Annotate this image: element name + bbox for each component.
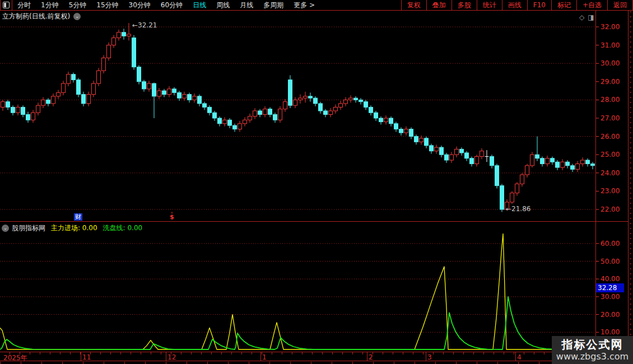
candle-body-down	[541, 158, 544, 164]
chevron-down-icon[interactable]: ⌄	[2, 225, 9, 232]
toolbar-button-统计[interactable]: 统计	[477, 0, 502, 11]
candle-body-up	[41, 100, 45, 105]
candle-body-up	[57, 92, 60, 96]
candle-body-down	[430, 146, 434, 151]
toolbar-button-返回[interactable]: 返回	[607, 0, 632, 11]
period-tab-月线[interactable]: 月线	[235, 1, 258, 10]
candle-body-up	[530, 155, 534, 166]
timeline-axis[interactable]: 2025年11121234	[0, 352, 595, 361]
indicator-axis-label: 50.00	[601, 258, 626, 265]
watermark: 指标公式网 www.zbgs3.com	[552, 336, 633, 364]
candle-body-down	[409, 129, 413, 137]
toolbar-button-+自选[interactable]: +自选	[576, 0, 607, 11]
period-tab-5分钟[interactable]: 5分钟	[64, 1, 92, 10]
candle-body-up	[450, 155, 454, 160]
candle-body-up	[127, 34, 131, 36]
candle-body-down	[132, 38, 136, 67]
watermark-title: 指标公式网	[562, 338, 623, 351]
split-window-icon[interactable]: ◨	[588, 13, 594, 21]
candle-body-up	[102, 58, 106, 71]
candle-body-up	[52, 96, 55, 104]
period-tab-60分钟[interactable]: 60分钟	[156, 1, 188, 10]
subpanel-tick-row	[0, 362, 595, 364]
candle-body-down	[319, 104, 323, 111]
candle-body-down	[21, 107, 25, 114]
stock-title: 立方制药(日线.前复权)	[2, 12, 70, 21]
candle-body-up	[117, 32, 121, 38]
indicator-axis-label: 30.00	[601, 293, 626, 301]
candle-body-up	[238, 124, 242, 129]
period-tab-30分钟[interactable]: 30分钟	[124, 1, 156, 10]
timeline-separator	[515, 352, 516, 361]
indicator-line-洗盘线	[0, 297, 594, 349]
toolbar-button-复权[interactable]: 复权	[401, 0, 426, 11]
timeline-separator	[367, 352, 367, 361]
timeline-separator	[426, 352, 426, 361]
period-tab-分时[interactable]: 分时	[12, 1, 36, 10]
candle-body-up	[147, 83, 151, 89]
right-tool-strip[interactable]	[629, 0, 633, 364]
candle-body-up	[404, 129, 408, 133]
candle-body-down	[586, 160, 590, 164]
candle-body-down	[268, 109, 272, 115]
candle-body-down	[536, 155, 539, 158]
title-row: 立方制药(日线.前复权) ⌄	[2, 12, 81, 21]
candle-body-down	[399, 129, 403, 133]
indicator-line-1-label: 主力进场: 0.00	[51, 223, 97, 233]
timeline-label: 1	[262, 353, 267, 361]
candle-body-down	[354, 98, 358, 100]
candle-body-up	[546, 158, 550, 164]
dividend-marker-symbol: $	[170, 214, 174, 220]
high-price-annotation: ←32.21	[132, 21, 157, 29]
panel-layout-icon[interactable]	[0, 0, 12, 11]
candle-body-up	[157, 91, 161, 96]
chevron-down-icon[interactable]: ⌄	[73, 13, 81, 20]
candle-body-up	[435, 147, 439, 151]
candle-body-down	[213, 113, 217, 118]
indicator-axis-label: 40.00	[601, 275, 626, 283]
indicator-header: ⌄ 股朋指标网 主力进场: 0.00 洗盘线: 0.00	[2, 223, 142, 233]
toolbar-button-画线[interactable]: 画线	[502, 0, 527, 11]
timeline-label: 3	[427, 353, 432, 361]
candle-body-down	[273, 114, 277, 120]
candle-body-up	[263, 109, 267, 115]
timeline-label: 4	[517, 353, 522, 361]
candle-body-up	[1, 102, 5, 108]
candle-body-down	[11, 107, 15, 113]
candle-body-down	[314, 98, 318, 104]
dividend-marker[interactable]: ▵ $	[170, 211, 174, 220]
candle-body-down	[309, 96, 313, 98]
indicator-line-2-label: 洗盘线: 0.00	[103, 223, 143, 233]
period-tab-周线[interactable]: 周线	[211, 1, 235, 10]
candle-body-up	[16, 107, 20, 113]
period-tab-多周期[interactable]: 多周期	[258, 1, 288, 10]
chart-canvas[interactable]	[0, 0, 633, 364]
finance-report-marker[interactable]: 财	[74, 213, 82, 221]
indicator-source-label[interactable]: 股朋指标网	[12, 223, 45, 233]
toolbar-button-叠加[interactable]: 叠加	[426, 0, 452, 11]
period-tab-日线[interactable]: 日线	[188, 1, 211, 10]
toolbar-button-标记[interactable]: 标记	[551, 0, 576, 11]
toolbar-button-F10[interactable]: F10	[527, 0, 551, 11]
candle-body-down	[500, 186, 504, 209]
candle-body-down	[394, 124, 398, 129]
candle-body-up	[510, 193, 514, 202]
toolbar-button-多股[interactable]: 多股	[452, 0, 477, 11]
price-axis-label: 25.00	[601, 151, 626, 158]
candle-body-down	[591, 164, 595, 166]
candle-body-down	[566, 162, 570, 166]
price-axis-label: 24.00	[601, 169, 626, 177]
panel-divider[interactable]	[0, 221, 633, 222]
price-axis-label: 26.00	[601, 133, 626, 141]
candle-body-down	[369, 107, 373, 113]
candle-body-up	[520, 175, 524, 184]
period-tab-1分钟[interactable]: 1分钟	[36, 1, 64, 10]
period-tab-15分钟[interactable]: 15分钟	[91, 1, 123, 10]
top-toolbar: 分时1分钟5分钟15分钟30分钟60分钟日线周线月线多周期更多 > 复权叠加多股…	[0, 0, 633, 11]
candle-body-up	[480, 151, 484, 157]
diamond-icon[interactable]: ◇	[579, 13, 584, 21]
axis-left-border	[595, 11, 596, 364]
candle-body-down	[556, 162, 560, 167]
period-tab-更多 >[interactable]: 更多 >	[288, 1, 320, 10]
price-axis-label: 27.00	[601, 114, 626, 122]
